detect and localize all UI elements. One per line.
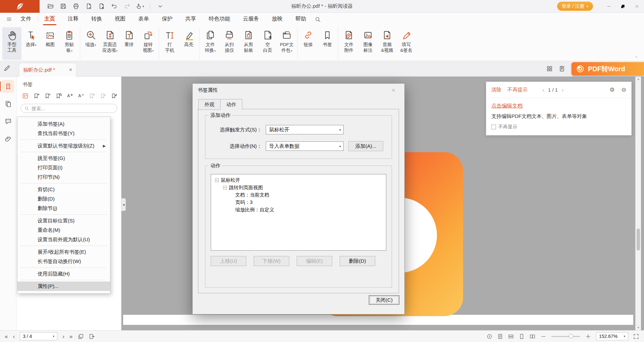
page-view-icon[interactable] — [558, 65, 565, 72]
ribbon-tool-bookmark-ribbon[interactable]: 书签 — [318, 27, 337, 60]
menu-item-2[interactable]: 主页 — [38, 13, 61, 26]
sidebar-comments-panel[interactable] — [2, 115, 14, 128]
vertical-scrollbar[interactable]: ▲ ▼ — [635, 77, 641, 330]
ribbon-tool-pdf-package[interactable]: PDF文件包▾ — [277, 27, 296, 60]
action-tree-row[interactable]: 文档：当前文档 — [211, 191, 386, 199]
sidebar-bookmark-panel[interactable] — [2, 80, 14, 93]
snapshot-icon[interactable] — [78, 333, 84, 340]
ribbon-tool-reflow[interactable]: 重排 — [119, 27, 139, 60]
action-tree-row[interactable]: 缩放比例：自定义 — [211, 206, 386, 213]
document-tab[interactable]: 福昕办公.pdf * × — [19, 63, 77, 77]
sidebar-pages-panel[interactable] — [2, 97, 14, 110]
fit-page-status-icon[interactable] — [497, 333, 503, 340]
action-tree-row[interactable]: 页码：3 — [211, 199, 386, 206]
fit-width-icon[interactable] — [508, 333, 514, 340]
actual-size-icon[interactable] — [486, 333, 493, 340]
ribbon-tool-fill-sign[interactable]: 填写&签名 — [397, 27, 416, 60]
app-logo[interactable] — [0, 0, 40, 13]
grid-view-icon[interactable] — [546, 65, 553, 72]
bookmark-edit-button[interactable] — [110, 92, 118, 100]
dialog-close-button[interactable]: 关闭(C) — [369, 295, 399, 305]
menu-item-9[interactable]: 特色功能 — [202, 13, 237, 26]
menu-item-7[interactable]: 保护 — [155, 13, 179, 26]
bookmark-list-button[interactable] — [21, 92, 29, 100]
context-menu-item[interactable]: 设置默认书签缩放级别(Z)▶ — [17, 141, 110, 151]
pencil-icon[interactable] — [3, 64, 11, 72]
context-menu-item[interactable]: 长书签自动换行(W) — [17, 257, 110, 266]
actions-tree[interactable]: −鼠标松开−跳转到页面视图文档：当前文档页码：3缩放比例：自定义 — [211, 174, 386, 251]
trigger-select[interactable]: 鼠标松开 ▾ — [266, 125, 344, 134]
action-tree-row[interactable]: −跳转到页面视图 — [211, 184, 386, 191]
context-menu-item[interactable]: 使用后隐藏(H) — [17, 269, 110, 279]
dont-prompt-link[interactable]: 不再提示 — [507, 87, 528, 93]
context-menu-item[interactable]: 打印节(N) — [17, 172, 110, 182]
single-page-icon[interactable] — [518, 333, 525, 340]
delete-bookmark-button[interactable] — [43, 92, 51, 100]
add-action-button[interactable]: 添加(A)... — [348, 141, 383, 151]
menu-item-5[interactable]: 视图 — [108, 13, 132, 26]
context-menu-item[interactable]: 打印页面(I) — [17, 163, 110, 172]
open-folder-button[interactable] — [45, 2, 56, 11]
dialog-title-bar[interactable]: 书签属性 — [193, 84, 404, 96]
move-up-button[interactable] — [88, 92, 96, 100]
login-register-button[interactable]: 登录 / 注册 ▾ — [557, 2, 593, 11]
ribbon-tool-from-clipboard[interactable]: 从剪贴板 — [239, 27, 258, 60]
zoom-slider-knob[interactable] — [569, 334, 573, 338]
save-button[interactable] — [58, 2, 68, 11]
close-button[interactable] — [630, 0, 644, 13]
page-plus-button[interactable] — [96, 2, 107, 11]
restore-button[interactable] — [616, 0, 630, 13]
ribbon-tool-rotate-view[interactable]: 旋转视图▾ — [139, 27, 158, 60]
ribbon-tool-hand-tool[interactable]: 手型工具 — [2, 27, 21, 60]
context-menu-item[interactable]: 设置当前外观为默认(U) — [17, 235, 110, 244]
move-down-button[interactable] — [99, 92, 107, 100]
ribbon-tool-convert[interactable]: 文件转换▾ — [201, 27, 220, 60]
menu-item-8[interactable]: 共享 — [179, 13, 202, 26]
ribbon-tool-scanner[interactable]: 从扫描仪 — [220, 27, 239, 60]
ribbon-tool-attachment[interactable]: 文件附件 — [339, 27, 358, 60]
find-bookmark-button[interactable] — [54, 92, 62, 100]
context-menu-item[interactable]: 查找当前书签(Y) — [17, 129, 110, 138]
sidebar-attachments-panel[interactable] — [2, 132, 14, 145]
action-E-button[interactable]: 编辑(E) — [297, 256, 332, 266]
hand-pointer-button[interactable]: ▾ — [134, 2, 145, 11]
ribbon-tool-select[interactable]: 选择▾ — [21, 27, 41, 60]
ribbon-tool-zoom-tool[interactable]: 缩放▾ — [81, 27, 100, 60]
scrollbar-thumb[interactable] — [637, 228, 640, 251]
ribbon-tool-typewriter[interactable]: 打字机 — [160, 27, 179, 60]
collapse-all-button[interactable] — [77, 92, 85, 100]
action-U-button[interactable]: 上移(U) — [211, 256, 246, 266]
last-page-icon[interactable]: » — [69, 334, 72, 339]
pdf-to-word-button[interactable]: PDF转Word — [572, 62, 644, 76]
context-menu-item[interactable]: 添加书签(A) — [17, 119, 110, 129]
zoom-level-box[interactable]: 152.67% ▾ — [596, 332, 628, 340]
tree-collapse-icon[interactable]: − — [223, 186, 227, 189]
action-W-button[interactable]: 下移(W) — [254, 256, 289, 266]
menu-item-10[interactable]: 云服务 — [237, 13, 265, 26]
ribbon-tool-link[interactable]: 链接 — [299, 27, 318, 60]
context-menu-item[interactable]: 删除节(j) — [17, 204, 110, 213]
menu-item-1[interactable]: 文件 — [14, 13, 38, 26]
zoom-slider[interactable] — [551, 336, 580, 337]
action-select[interactable]: 导入表单数据 ▾ — [266, 141, 344, 151]
undo-button[interactable] — [109, 2, 119, 11]
context-menu-item[interactable]: 属性(P)... — [17, 282, 110, 291]
menu-item-12[interactable]: 帮助 — [289, 13, 312, 26]
scroll-down-icon[interactable]: ▼ — [636, 326, 641, 329]
facing-pages-icon[interactable] — [529, 333, 536, 340]
ribbon-tool-blank-page[interactable]: 空白页 — [258, 27, 277, 60]
action-D-button[interactable]: 删除(D) — [340, 256, 375, 266]
tab-close-icon[interactable]: × — [69, 67, 72, 73]
dialog-close-icon[interactable] — [387, 85, 399, 95]
context-menu-item[interactable]: 跳至书签(G) — [17, 154, 110, 163]
context-menu-item[interactable]: 删除(D) — [17, 194, 110, 204]
clear-link[interactable]: 清除 — [491, 87, 501, 93]
panel-collapse-handle[interactable]: ◀ — [121, 198, 126, 211]
print-button[interactable] — [70, 2, 81, 11]
action-tree-row[interactable]: −鼠标松开 — [211, 176, 386, 184]
menu-item-3[interactable]: 注释 — [61, 13, 85, 26]
pager-next-icon[interactable]: › — [562, 87, 563, 93]
page-number-box[interactable]: 3 / 4 ▾ — [20, 332, 57, 340]
context-menu-item[interactable]: 展开/收起所有书签(E) — [17, 247, 110, 257]
tab-appearance[interactable]: 外观 — [198, 99, 220, 110]
